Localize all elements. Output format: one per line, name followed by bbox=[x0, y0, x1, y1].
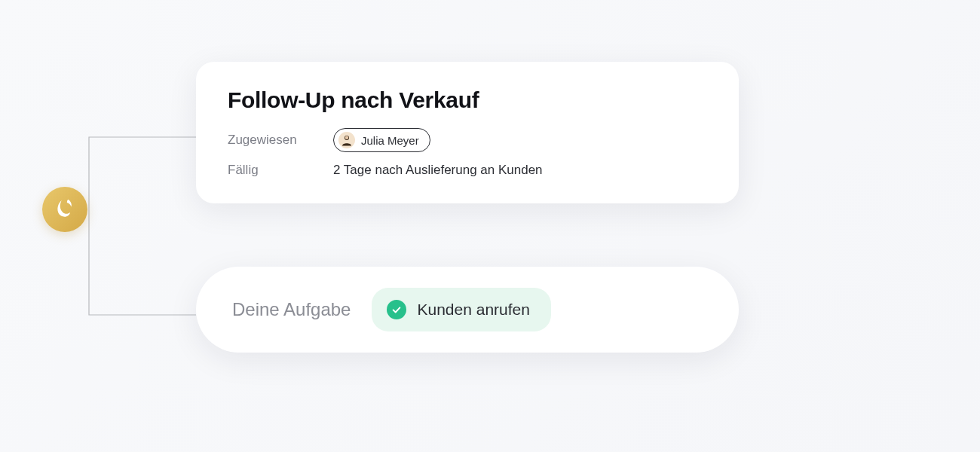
check-circle-icon bbox=[387, 300, 406, 319]
due-label: Fällig bbox=[228, 163, 333, 178]
svg-point-1 bbox=[345, 136, 349, 139]
assignee-avatar bbox=[338, 132, 355, 148]
brand-logo-badge bbox=[42, 187, 87, 232]
assignee-chip[interactable]: Julia Meyer bbox=[333, 128, 430, 152]
brand-logo-icon bbox=[52, 195, 78, 224]
due-row: Fällig 2 Tage nach Auslieferung an Kunde… bbox=[228, 163, 707, 178]
assigned-row: Zugewiesen Julia Meyer bbox=[228, 128, 707, 152]
task-item[interactable]: Kunden anrufen bbox=[372, 288, 550, 331]
task-item-label: Kunden anrufen bbox=[417, 301, 529, 319]
due-value: 2 Tage nach Auslieferung an Kunden bbox=[333, 163, 543, 178]
assigned-label: Zugewiesen bbox=[228, 133, 333, 148]
followup-card: Follow-Up nach Verkauf Zugewiesen Julia … bbox=[196, 62, 739, 203]
assignee-name: Julia Meyer bbox=[361, 134, 419, 147]
task-card: Deine Aufgabe Kunden anrufen bbox=[196, 267, 739, 353]
card-title: Follow-Up nach Verkauf bbox=[228, 87, 707, 113]
task-heading: Deine Aufgabe bbox=[228, 299, 351, 320]
person-icon bbox=[340, 133, 354, 147]
